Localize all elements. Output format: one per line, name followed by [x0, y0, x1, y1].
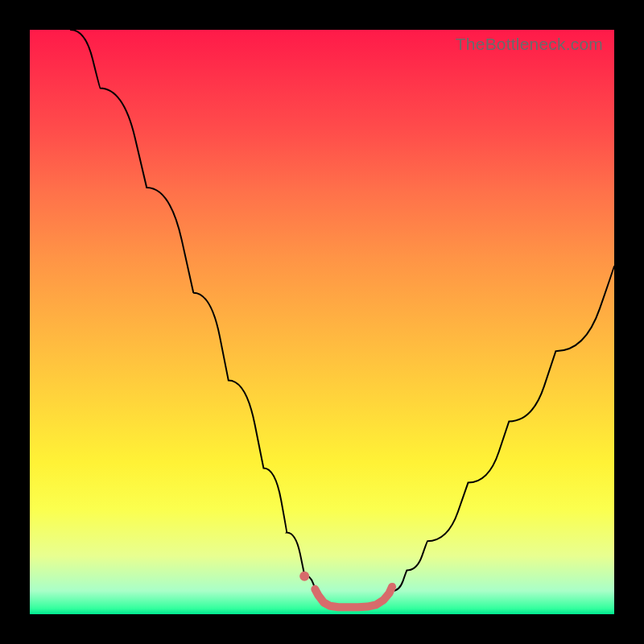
plot-area: TheBottleneck.com [30, 30, 614, 614]
right-curve [392, 266, 614, 591]
left-curve [71, 30, 316, 592]
dot-left [299, 572, 309, 581]
curve-layer [30, 30, 614, 614]
bottom-squiggle [315, 587, 392, 607]
outer-frame: TheBottleneck.com [0, 0, 644, 644]
